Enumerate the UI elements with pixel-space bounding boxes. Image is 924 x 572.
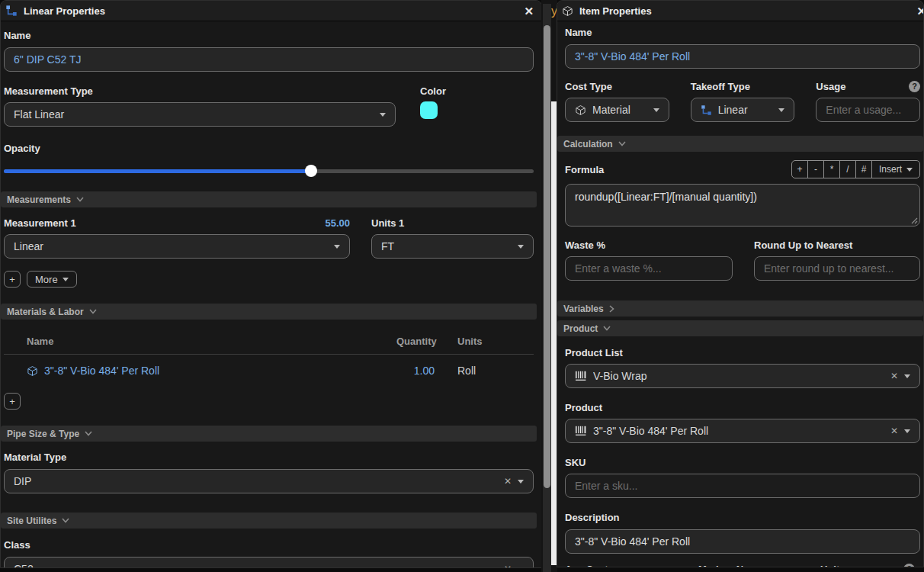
linear-properties-panel: Linear Properties ✕ Name Measurement Typ… bbox=[0, 0, 542, 568]
chevron-down-icon bbox=[653, 108, 659, 112]
chevron-down-icon bbox=[603, 326, 611, 331]
panel-gap: y bbox=[541, 0, 557, 572]
help-icon[interactable]: ? bbox=[909, 81, 920, 92]
takeoff-type-select[interactable]: Linear bbox=[691, 98, 795, 122]
opacity-slider[interactable] bbox=[4, 165, 534, 177]
units1-label: Units 1 bbox=[371, 217, 534, 229]
clear-icon[interactable]: ✕ bbox=[890, 426, 898, 435]
measurement1-label: Measurement 1 bbox=[4, 217, 325, 229]
takeoff-type-label: Takeoff Type bbox=[691, 81, 795, 92]
material-row[interactable]: 3"-8" V-Bio 484' Per Roll 1.00 Roll bbox=[4, 355, 534, 387]
item-cube-icon bbox=[27, 365, 38, 377]
divide-operator-button[interactable]: / bbox=[839, 160, 856, 178]
chevron-down-icon bbox=[906, 168, 913, 172]
panel-title: Linear Properties bbox=[24, 5, 518, 17]
name-label: Name bbox=[4, 30, 534, 41]
product-list-select[interactable]: V-Bio Wrap ✕ bbox=[565, 364, 920, 388]
background-page-sliver bbox=[551, 101, 557, 565]
avg-cost-label: Avg Cost bbox=[565, 564, 698, 567]
chevron-down-icon bbox=[380, 113, 386, 117]
measurement1-value: 55.00 bbox=[325, 217, 350, 229]
cost-type-select[interactable]: Material bbox=[565, 98, 669, 122]
linear-properties-titlebar: Linear Properties ✕ bbox=[1, 1, 541, 21]
variables-section-header[interactable]: Variables bbox=[557, 300, 923, 317]
material-units: Roll bbox=[457, 365, 534, 377]
sku-input[interactable] bbox=[565, 474, 920, 498]
description-input[interactable] bbox=[565, 529, 920, 554]
chevron-right-icon bbox=[609, 305, 614, 313]
product-label: Product bbox=[565, 402, 920, 413]
chevron-down-icon bbox=[85, 431, 92, 436]
round-up-input[interactable] bbox=[754, 256, 920, 281]
minus-operator-button[interactable]: - bbox=[807, 160, 824, 178]
product-select[interactable]: 3"-8" V-Bio 484' Per Roll ✕ bbox=[565, 419, 920, 443]
resize-handle[interactable] bbox=[911, 217, 918, 224]
barcode-icon bbox=[575, 371, 587, 381]
usage-label: Usage bbox=[816, 81, 909, 92]
scrollbar-thumb[interactable] bbox=[544, 25, 550, 488]
slider-fill bbox=[4, 169, 311, 173]
linear-takeoff-icon bbox=[701, 104, 712, 116]
formula-operator-group: + - * / # Insert bbox=[791, 160, 920, 178]
markup-name-label: Markup Name bbox=[698, 564, 820, 567]
material-type-select[interactable]: DIP ✕ bbox=[4, 469, 534, 493]
waste-input[interactable] bbox=[565, 256, 733, 281]
opacity-label: Opacity bbox=[4, 143, 534, 154]
unit-label: Unit bbox=[820, 564, 903, 567]
close-icon[interactable]: ✕ bbox=[524, 5, 534, 17]
chevron-down-icon bbox=[63, 278, 69, 281]
close-icon[interactable]: ✕ bbox=[916, 5, 924, 17]
insert-button[interactable]: Insert bbox=[871, 160, 920, 178]
more-button[interactable]: More bbox=[27, 271, 77, 288]
chevron-down-icon bbox=[904, 374, 910, 378]
color-swatch[interactable] bbox=[420, 101, 438, 119]
product-list-label: Product List bbox=[565, 347, 920, 358]
description-label: Description bbox=[565, 512, 920, 523]
panel-title: Item Properties bbox=[579, 5, 916, 17]
calculation-section-header[interactable]: Calculation bbox=[557, 136, 923, 152]
units1-select[interactable]: FT bbox=[371, 234, 534, 259]
pipe-size-type-section-header[interactable]: Pipe Size & Type bbox=[1, 426, 537, 442]
col-name: Name bbox=[27, 336, 396, 347]
plus-operator-button[interactable]: + bbox=[791, 160, 808, 178]
clear-icon[interactable]: ✕ bbox=[504, 477, 512, 486]
cost-type-label: Cost Type bbox=[565, 81, 669, 92]
sku-label: SKU bbox=[565, 457, 920, 468]
product-section-header[interactable]: Product bbox=[557, 320, 923, 336]
col-quantity: Quantity bbox=[396, 336, 457, 347]
formula-textarea[interactable]: roundup([Linear:FT]/[manual quantity]) bbox=[565, 184, 920, 227]
chevron-down-icon bbox=[518, 245, 524, 249]
chevron-down-icon bbox=[334, 245, 340, 249]
chevron-down-icon bbox=[62, 518, 69, 523]
name-input[interactable] bbox=[565, 44, 920, 69]
clear-icon[interactable]: ✕ bbox=[504, 564, 512, 568]
chevron-down-icon bbox=[778, 108, 784, 112]
item-properties-titlebar: Item Properties ✕ bbox=[557, 1, 923, 21]
materials-labor-section-header[interactable]: Materials & Labor bbox=[1, 304, 537, 320]
class-select[interactable]: C52 ✕ bbox=[4, 557, 534, 568]
cutoff-row: Avg Cost Markup Name Unit ? bbox=[565, 564, 920, 567]
item-cube-icon bbox=[562, 5, 573, 17]
material-name[interactable]: 3"-8" V-Bio 484' Per Roll bbox=[44, 365, 159, 377]
formula-label: Formula bbox=[565, 164, 791, 175]
measurement-type-select[interactable]: Flat Linear bbox=[4, 102, 396, 127]
chevron-down-icon bbox=[618, 141, 626, 146]
add-material-button[interactable]: + bbox=[4, 393, 21, 410]
multiply-operator-button[interactable]: * bbox=[823, 160, 840, 178]
waste-label: Waste % bbox=[565, 239, 733, 251]
site-utilites-section-header[interactable]: Site Utilites bbox=[1, 513, 537, 529]
chevron-down-icon bbox=[518, 480, 524, 484]
measurements-section-header[interactable]: Measurements bbox=[1, 191, 537, 207]
clear-icon[interactable]: ✕ bbox=[890, 371, 898, 381]
hash-operator-button[interactable]: # bbox=[855, 160, 872, 178]
measurement1-select[interactable]: Linear bbox=[4, 234, 350, 259]
name-input[interactable] bbox=[4, 47, 534, 72]
color-label: Color bbox=[420, 85, 446, 97]
col-units: Units bbox=[457, 336, 534, 347]
slider-thumb[interactable] bbox=[305, 165, 317, 177]
help-icon[interactable]: ? bbox=[903, 564, 915, 567]
chevron-down-icon bbox=[76, 197, 84, 202]
chevron-down-icon bbox=[518, 567, 524, 569]
usage-input[interactable] bbox=[816, 98, 920, 122]
add-measurement-button[interactable]: + bbox=[4, 271, 21, 288]
